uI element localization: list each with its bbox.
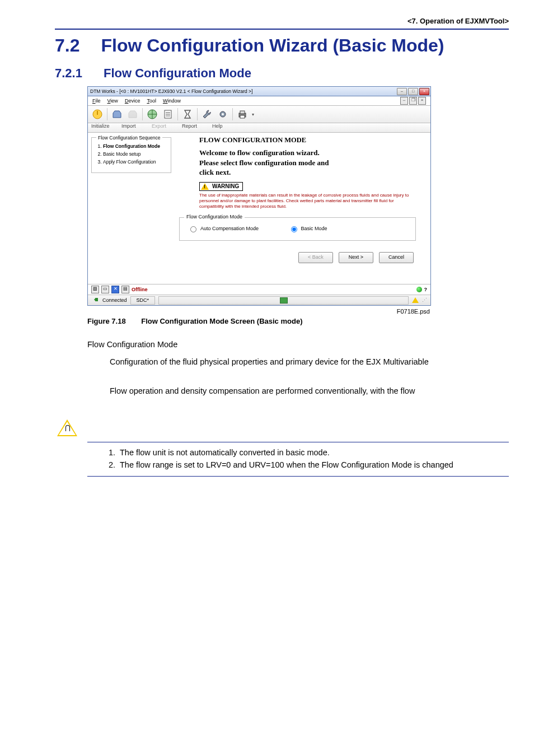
radio-basic-mode[interactable]: Basic Mode <box>288 225 327 232</box>
toolbar-print-icon[interactable] <box>236 108 249 120</box>
menu-bar: File View Device Tool Window – ❐ × <box>88 96 430 106</box>
menu-file[interactable]: File <box>92 98 101 104</box>
sequence-step-1: Flow Configuration Mode <box>103 143 167 149</box>
body-p2: Configuration of the fluid physical prop… <box>110 356 509 368</box>
status-offline: Offline <box>132 287 148 292</box>
status-help-icon[interactable]: ? <box>424 287 428 292</box>
running-head: <7. Operation of EJXMVTool> <box>55 17 509 25</box>
figure-text: Flow Configuration Mode Screen (Basic mo… <box>141 317 302 325</box>
window-maximize-button[interactable]: □ <box>408 88 418 95</box>
welcome-line-3: click next. <box>199 167 421 178</box>
status-icon-3[interactable]: ✕ <box>111 286 119 293</box>
mode-fieldset: Flow Configuration Mode Auto Compensatio… <box>179 217 416 241</box>
status-icon-2[interactable]: ▭ <box>101 286 109 293</box>
sequence-step-3: Apply Flow Configuration <box>103 159 167 165</box>
wizard-client: Flow Configuration Sequence Flow Configu… <box>88 133 430 284</box>
note-rule-top <box>87 442 509 442</box>
radio-auto-label: Auto Compensation Mode <box>200 226 259 231</box>
figure-caption: Figure 7.18 Flow Configuration Mode Scre… <box>87 317 509 325</box>
plug-icon <box>91 296 99 304</box>
toolbar-hourglass-icon[interactable] <box>181 108 194 120</box>
svg-rect-12 <box>95 298 98 301</box>
section-heading-1: 7.2 Flow Configuration Wizard (Basic Mod… <box>55 35 509 56</box>
toolbar-dropdown-icon[interactable]: ▾ <box>252 112 254 117</box>
status-strip-bottom: Connected SDC* ⋰ <box>88 295 430 305</box>
note-item-2: The flow range is set to LRV=0 and URV=1… <box>118 459 509 472</box>
svg-point-8 <box>222 113 224 115</box>
h1-text: Flow Configuration Wizard (Basic Mode) <box>101 35 444 56</box>
mdi-minimize-button[interactable]: – <box>400 97 408 105</box>
label-import: Import <box>121 123 152 129</box>
label-help: Help <box>212 123 242 129</box>
status-icon-1[interactable]: ▧ <box>91 286 99 293</box>
toolbar-report-list-icon[interactable] <box>162 108 174 120</box>
wizard-sidebar: Flow Configuration Sequence Flow Configu… <box>88 133 175 284</box>
wizard-page-title: FLOW CONFIGURATION MODE <box>199 136 421 144</box>
warning-badge: WARNING <box>199 182 243 191</box>
svg-rect-11 <box>240 115 245 118</box>
status-strip-top: ▧ ▭ ✕ ▤ Offline ? <box>88 284 430 295</box>
cancel-button[interactable]: Cancel <box>379 252 414 263</box>
toolbar-initialize-icon[interactable] <box>91 108 104 120</box>
mdi-close-button[interactable]: × <box>418 97 426 105</box>
status-center-slot <box>158 296 409 305</box>
h2-text: Flow Configuration Mode <box>104 66 251 81</box>
window-minimize-button[interactable]: – <box>397 88 407 95</box>
back-button[interactable]: < Back <box>298 252 333 263</box>
warning-triangle-icon <box>201 183 209 190</box>
mode-legend: Flow Configuration Mode <box>184 214 245 220</box>
resize-grip-icon[interactable]: ⋰ <box>422 297 427 303</box>
h1-number: 7.2 <box>55 35 79 56</box>
sequence-legend: Flow Configuration Sequence <box>96 135 162 141</box>
svg-rect-1 <box>97 111 98 115</box>
toolbar-wrench-icon[interactable] <box>201 108 213 120</box>
h2-number: 7.2.1 <box>55 66 82 81</box>
menu-view[interactable]: View <box>107 98 118 104</box>
warning-label: WARNING <box>212 183 239 189</box>
welcome-line-2: Please select flow configuration mode an… <box>199 158 421 168</box>
status-icon-4[interactable]: ▤ <box>121 286 129 293</box>
menu-window[interactable]: Window <box>163 98 181 104</box>
toolbar-gear-icon[interactable] <box>217 108 229 120</box>
label-initialize: Initialize <box>91 123 121 129</box>
radio-basic-input[interactable] <box>291 226 297 232</box>
label-report: Report <box>182 123 212 129</box>
label-export: Export <box>152 123 182 129</box>
app-screenshot: DTM Works - [<0 : MV1001HT> EJX930 V2.1 … <box>87 86 431 306</box>
menu-device[interactable]: Device <box>125 98 140 104</box>
window-close-button[interactable]: × <box>419 88 429 95</box>
toolbar: ▾ <box>88 106 430 123</box>
header-rule <box>55 29 509 30</box>
wizard-main: FLOW CONFIGURATION MODE Welcome to flow … <box>175 133 430 284</box>
toolbar-label-row: Initialize Import Export Report Help <box>88 123 430 133</box>
sequence-step-2: Basic Mode setup <box>103 151 167 157</box>
status-connected: Connected <box>102 297 127 303</box>
body-p1: Flow Configuration Mode <box>87 339 509 351</box>
svg-rect-10 <box>240 111 245 114</box>
radio-auto-input[interactable] <box>190 226 196 232</box>
welcome-line-1: Welcome to flow configuration wizard. <box>199 148 421 158</box>
toolbar-report-globe-icon[interactable] <box>146 108 158 120</box>
next-button[interactable]: Next > <box>339 252 373 263</box>
window-title: DTM Works - [<0 : MV1001HT> EJX930 V2.1 … <box>90 88 252 94</box>
note-block: The flow unit is not automatically conve… <box>87 419 509 477</box>
section-heading-2: 7.2.1 Flow Configuration Mode <box>55 66 509 81</box>
menu-tool[interactable]: Tool <box>147 98 156 104</box>
radio-auto-compensation[interactable]: Auto Compensation Mode <box>188 225 259 232</box>
toolbar-import-icon[interactable] <box>111 108 123 120</box>
figure-number: Figure 7.18 <box>87 317 126 325</box>
psd-filename: F0718E.psd <box>87 308 430 315</box>
window-titlebar: DTM Works - [<0 : MV1001HT> EJX930 V2.1 … <box>88 87 430 96</box>
warning-text: The use of inappropriate materials can r… <box>199 193 416 209</box>
radio-basic-label: Basic Mode <box>301 226 327 231</box>
status-sdc: SDC* <box>130 296 156 305</box>
status-ball-icon <box>416 287 422 292</box>
note-rule-bottom <box>87 476 509 477</box>
sequence-fieldset: Flow Configuration Sequence Flow Configu… <box>91 137 171 173</box>
body-p3: Flow operation and density compensation … <box>110 385 509 397</box>
status-warning-icon <box>412 297 419 303</box>
note-triangle-icon <box>57 419 77 436</box>
note-item-1: The flow unit is not automatically conve… <box>118 447 509 459</box>
mdi-restore-button[interactable]: ❐ <box>409 97 417 105</box>
body-text: Flow Configuration Mode Configuration of… <box>87 339 509 397</box>
